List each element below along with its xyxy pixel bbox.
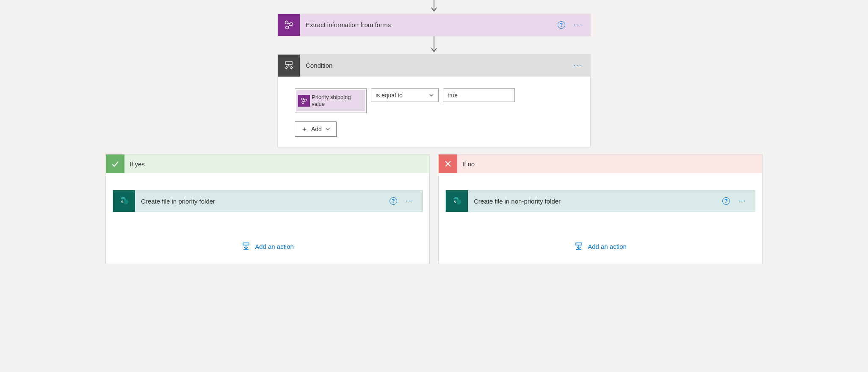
sharepoint-icon: S (113, 190, 135, 212)
if-yes-branch: If yes S Create file in priority folder (105, 154, 430, 264)
add-action-button[interactable]: Add an action (241, 242, 294, 251)
action-card-extract-forms[interactable]: Extract information from forms ? ··· (277, 14, 591, 36)
add-action-icon (574, 242, 583, 251)
svg-point-2 (290, 22, 293, 25)
if-no-branch: If no S Create file in non-priority fold… (438, 154, 763, 264)
svg-line-15 (304, 99, 305, 100)
extract-forms-title: Extract information from forms (300, 21, 558, 28)
arrow-connector (104, 36, 764, 54)
svg-line-4 (288, 23, 290, 24)
sharepoint-icon: S (446, 190, 468, 212)
condition-title: Condition (300, 62, 572, 69)
chevron-down-icon (325, 127, 330, 132)
condition-card[interactable]: Condition ··· (277, 54, 591, 147)
more-menu-icon[interactable]: ··· (572, 62, 583, 69)
svg-point-13 (305, 99, 307, 101)
operator-value: is equal to (376, 92, 403, 99)
more-menu-icon[interactable]: ··· (737, 197, 748, 205)
svg-line-5 (288, 25, 290, 27)
add-condition-button[interactable]: ＋ Add (295, 121, 337, 137)
add-action-button[interactable]: Add an action (574, 242, 627, 251)
if-yes-title: If yes (124, 160, 145, 168)
more-menu-icon[interactable]: ··· (572, 21, 583, 29)
add-action-label: Add an action (255, 243, 294, 250)
add-action-label: Add an action (588, 243, 627, 250)
svg-point-1 (285, 21, 288, 24)
condition-operator-select[interactable]: is equal to (371, 88, 439, 102)
add-action-icon (241, 242, 251, 251)
action-title: Create file in priority folder (135, 198, 390, 205)
arrow-connector (104, 0, 764, 14)
svg-rect-21 (243, 243, 249, 245)
action-title: Create file in non-priority folder (468, 198, 722, 205)
condition-left-operand[interactable]: Priority shipping value (295, 88, 367, 113)
if-no-title: If no (457, 160, 475, 168)
condition-value-input[interactable]: true (443, 88, 515, 102)
svg-text:S: S (454, 200, 456, 204)
help-icon[interactable]: ? (390, 197, 397, 205)
svg-rect-30 (576, 243, 582, 245)
plus-icon: ＋ (301, 126, 308, 132)
help-icon[interactable]: ? (558, 21, 565, 29)
add-label: Add (311, 126, 322, 132)
condition-value: true (448, 92, 458, 99)
svg-text:S: S (121, 200, 123, 204)
action-create-file-priority[interactable]: S Create file in priority folder ? ··· (113, 190, 423, 212)
check-icon (106, 154, 124, 173)
condition-icon (278, 55, 300, 77)
token-label: Priority shipping value (312, 94, 365, 107)
more-menu-icon[interactable]: ··· (404, 197, 415, 205)
ai-builder-icon (298, 95, 310, 107)
ai-builder-icon (278, 14, 300, 36)
svg-rect-7 (285, 62, 292, 64)
close-icon (439, 154, 457, 173)
svg-line-16 (304, 101, 305, 102)
chevron-down-icon (429, 93, 434, 98)
help-icon[interactable]: ? (722, 197, 730, 205)
action-create-file-non-priority[interactable]: S Create file in non-priority folder ? ·… (445, 190, 755, 212)
svg-point-12 (301, 98, 304, 100)
dynamic-content-token[interactable]: Priority shipping value (296, 90, 365, 111)
